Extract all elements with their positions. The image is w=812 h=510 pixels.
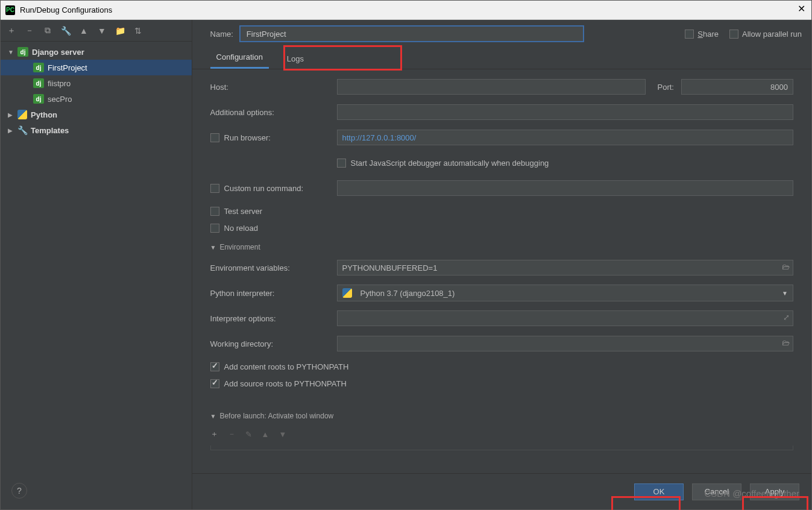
django-icon: dj: [17, 47, 28, 57]
run-browser-checkbox[interactable]: [210, 133, 219, 142]
help-button[interactable]: ?: [11, 483, 27, 499]
add-task-icon[interactable]: ＋: [210, 429, 218, 439]
interpreter-opts-input[interactable]: [337, 310, 793, 326]
tree-node-label: Templates: [31, 126, 69, 135]
splitter-handle-icon[interactable]: ⋮⋮: [192, 274, 194, 283]
add-source-roots-checkbox-row[interactable]: Add source roots to PYTHONPATH: [210, 379, 347, 388]
share-checkbox-row[interactable]: SSharehare: [685, 30, 719, 39]
ok-button[interactable]: OK: [634, 483, 684, 500]
dialog-body: ＋ － ⧉ 🔧 ▲ ▼ 📁 ⇅ ▼ dj Django server dj Fi…: [1, 20, 811, 509]
move-down-icon[interactable]: ▼: [279, 430, 286, 439]
host-label: Host:: [210, 83, 330, 92]
collapse-arrow-icon: ▼: [210, 244, 216, 251]
left-panel: ＋ － ⧉ 🔧 ▲ ▼ 📁 ⇅ ▼ dj Django server dj Fi…: [1, 20, 192, 509]
form-body: ⋮⋮ Host: Port: Additional options: Run b…: [192, 69, 811, 473]
interpreter-opts-row: Interpreter options: ⤢: [210, 308, 793, 329]
allow-parallel-row[interactable]: Allow parallel run: [729, 30, 802, 39]
addl-options-row: Additional options:: [210, 102, 793, 122]
test-server-checkbox[interactable]: [210, 207, 219, 216]
tab-logs[interactable]: Logs: [281, 49, 310, 69]
share-checkbox[interactable]: [685, 30, 694, 39]
tree-item-fiistpro[interactable]: dj fiistpro: [1, 75, 192, 91]
django-icon: dj: [33, 94, 44, 104]
browse-folder-icon[interactable]: 🗁: [782, 262, 790, 271]
copy-config-icon[interactable]: ⧉: [43, 26, 52, 36]
jsdebug-checkbox-row[interactable]: Start JavaScript debugger automatically …: [337, 159, 549, 168]
add-source-roots-checkbox[interactable]: [210, 379, 219, 388]
before-launch-header[interactable]: ▼ Before launch: Activate tool window: [210, 412, 793, 420]
edit-task-icon[interactable]: ✎: [245, 430, 252, 439]
run-browser-url-input[interactable]: [337, 130, 793, 145]
allow-parallel-checkbox[interactable]: [729, 30, 738, 39]
config-tree: ▼ dj Django server dj FirstProject dj fi…: [1, 42, 192, 509]
expand-arrow-icon: ▶: [8, 112, 15, 118]
name-row: Name: SSharehare Allow parallel run: [192, 20, 811, 48]
custom-run-checkbox-row[interactable]: Custom run command:: [210, 184, 330, 193]
interpreter-label: Python interpreter:: [210, 289, 330, 298]
test-server-checkbox-row[interactable]: Test server: [210, 207, 263, 216]
host-input[interactable]: [337, 79, 646, 95]
share-label: SSharehare: [697, 30, 719, 39]
add-content-roots-checkbox[interactable]: [210, 362, 219, 371]
add-config-icon[interactable]: ＋: [7, 26, 16, 36]
add-content-roots-row: Add content roots to PYTHONPATH: [210, 359, 793, 374]
tree-item-label: secPro: [48, 95, 72, 104]
port-label: Port:: [658, 83, 674, 92]
move-down-icon[interactable]: ▼: [97, 26, 107, 36]
run-browser-checkbox-row[interactable]: Run browser:: [210, 133, 330, 142]
remove-task-icon[interactable]: －: [228, 429, 236, 439]
interpreter-select[interactable]: Python 3.7 (django2108_1) ▼: [337, 285, 793, 301]
move-up-icon[interactable]: ▲: [79, 26, 89, 36]
addl-options-input[interactable]: [337, 104, 793, 120]
custom-run-checkbox[interactable]: [210, 184, 219, 193]
wrench-icon: 🔧: [17, 125, 27, 135]
chevron-down-icon: ▼: [782, 290, 788, 297]
titlebar: PC Run/Debug Configurations ✕: [1, 1, 811, 20]
expand-icon[interactable]: ⤢: [783, 313, 790, 322]
no-reload-row: No reload: [210, 220, 793, 236]
no-reload-checkbox-row[interactable]: No reload: [210, 224, 258, 233]
allow-parallel-label: Allow parallel run: [742, 30, 802, 39]
tree-node-django-server[interactable]: ▼ dj Django server: [1, 44, 192, 60]
custom-run-row: Custom run command:: [210, 178, 793, 198]
tree-item-secpro[interactable]: dj secPro: [1, 91, 192, 107]
workdir-input[interactable]: [337, 336, 793, 351]
add-source-roots-row: Add source roots to PYTHONPATH: [210, 376, 793, 391]
folder-icon[interactable]: 📁: [115, 26, 125, 36]
env-vars-row: Environment variables: 🗁: [210, 257, 793, 278]
expand-arrow-icon: ▼: [8, 49, 15, 55]
jsdebug-row: Start JavaScript debugger automatically …: [210, 153, 793, 173]
right-panel: Name: SSharehare Allow parallel run Conf…: [192, 20, 811, 509]
expand-arrow-icon: ▶: [8, 127, 15, 134]
config-name-input[interactable]: [239, 25, 584, 42]
scrollbar[interactable]: [804, 78, 810, 488]
run-browser-label: Run browser:: [224, 133, 271, 142]
jsdebug-checkbox[interactable]: [337, 159, 346, 168]
no-reload-checkbox[interactable]: [210, 224, 219, 233]
move-up-icon[interactable]: ▲: [262, 430, 269, 439]
apply-button[interactable]: Apply: [750, 483, 799, 500]
workdir-row: Working directory: 🗁: [210, 333, 793, 354]
env-vars-label: Environment variables:: [210, 263, 330, 272]
tree-node-python[interactable]: ▶ Python: [1, 107, 192, 122]
window-title: Run/Debug Configurations: [20, 5, 112, 14]
tree-item-firstproject[interactable]: dj FirstProject: [1, 60, 192, 75]
port-input[interactable]: [681, 79, 793, 95]
remove-config-icon[interactable]: －: [25, 26, 34, 36]
collapse-arrow-icon: ▼: [210, 413, 216, 420]
cancel-button[interactable]: Cancel: [692, 483, 741, 500]
tree-node-templates[interactable]: ▶ 🔧 Templates: [1, 122, 192, 138]
add-content-roots-checkbox-row[interactable]: Add content roots to PYTHONPATH: [210, 362, 349, 371]
wrench-icon[interactable]: 🔧: [61, 26, 71, 36]
env-vars-input[interactable]: [337, 260, 793, 275]
environment-section-header[interactable]: ▼ Environment: [210, 243, 793, 251]
top-right-checks: SSharehare Allow parallel run: [685, 30, 802, 39]
no-reload-label: No reload: [224, 224, 258, 233]
custom-run-input[interactable]: [337, 180, 793, 196]
sort-icon[interactable]: ⇅: [133, 26, 143, 36]
close-icon[interactable]: ✕: [798, 3, 805, 14]
interpreter-opts-label: Interpreter options:: [210, 314, 330, 323]
tree-item-label: fiistpro: [48, 79, 71, 88]
tab-configuration[interactable]: Configuration: [210, 48, 269, 69]
browse-folder-icon[interactable]: 🗁: [782, 338, 790, 347]
